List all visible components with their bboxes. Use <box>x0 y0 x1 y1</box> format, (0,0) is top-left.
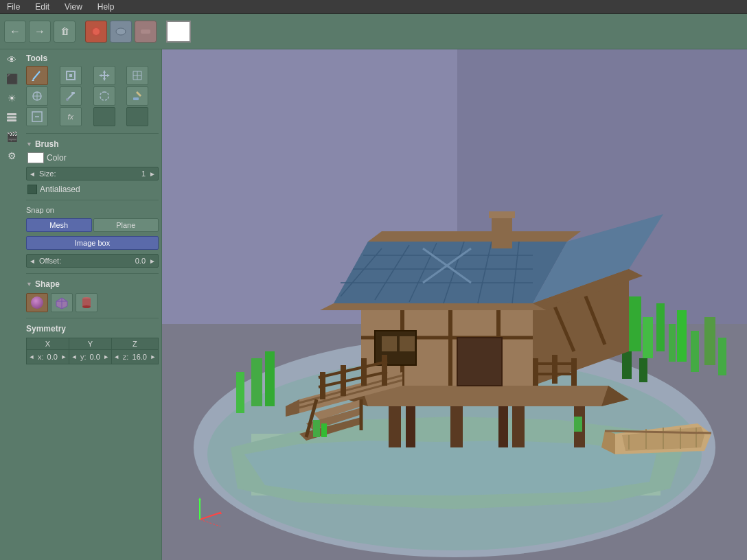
brush-section-header[interactable]: ▼ Brush <box>26 138 159 150</box>
offset-slider[interactable]: ◄ Offset: 0.0 ► <box>26 254 159 268</box>
symm-y-cell: ◄ y: 0.0 ► <box>69 350 111 364</box>
svg-rect-76 <box>457 338 502 386</box>
menu-edit[interactable]: Edit <box>31 2 54 12</box>
svg-rect-128 <box>489 211 515 218</box>
svg-rect-58 <box>251 358 262 406</box>
size-value: 1 <box>133 170 147 178</box>
antialiased-checkbox[interactable] <box>27 185 37 194</box>
sz-increase[interactable]: ► <box>148 353 158 360</box>
svg-point-2 <box>116 28 126 35</box>
svg-rect-49 <box>643 317 653 358</box>
viewport[interactable] <box>162 49 747 560</box>
svg-rect-6 <box>7 119 16 121</box>
sx-increase[interactable]: ► <box>59 353 69 360</box>
symmetry-values-row: ◄ x: 0.0 ► ◄ y: 0.0 ► <box>27 350 159 364</box>
svg-rect-50 <box>656 303 665 351</box>
size-increase[interactable]: ► <box>147 167 158 180</box>
tools-grid: fx <box>26 66 159 126</box>
snap-title: Snap on <box>26 205 159 215</box>
svg-rect-54 <box>704 317 715 365</box>
left-panel: Tools <box>0 49 162 560</box>
offset-label: Offset: <box>38 257 133 265</box>
svg-rect-55 <box>718 338 726 375</box>
box-tool[interactable] <box>60 66 82 85</box>
color-label: Color <box>47 153 67 163</box>
antialiased-label: Antialiased <box>40 185 80 194</box>
color-preview[interactable] <box>166 21 191 43</box>
symmetry-title: Symmetry <box>26 324 66 334</box>
eye-icon[interactable]: 👁 <box>4 52 19 67</box>
move-tool[interactable] <box>93 66 115 85</box>
svg-rect-3 <box>141 30 150 34</box>
size-slider[interactable]: ◄ Size: 1 ► <box>26 167 159 180</box>
svg-marker-84 <box>368 231 581 242</box>
shape-section-header[interactable]: ▼ Shape <box>26 278 159 290</box>
symm-z-header: Z <box>111 338 158 350</box>
sy-decrease[interactable]: ◄ <box>69 353 79 360</box>
tool3-button[interactable] <box>135 21 157 43</box>
back-button[interactable]: ← <box>4 21 26 43</box>
symm-z-cell: ◄ z: 16.0 ► <box>112 350 158 364</box>
snap-buttons: Mesh Plane <box>26 218 159 232</box>
fill-tool[interactable] <box>126 86 148 106</box>
offset-decrease[interactable]: ◄ <box>27 255 38 267</box>
svg-marker-85 <box>320 303 547 310</box>
brush-title: Brush <box>35 139 59 149</box>
symmetry-table: X Y Z ◄ x: 0.0 ► ◄ <box>26 338 159 364</box>
svg-rect-28 <box>71 92 75 94</box>
svg-rect-131 <box>574 417 582 432</box>
erase-button[interactable] <box>110 21 132 43</box>
divider1 <box>26 133 159 134</box>
sun-icon[interactable]: ☀ <box>4 91 19 106</box>
snap-plane-button[interactable]: Plane <box>93 218 159 232</box>
svg-rect-62 <box>450 399 463 447</box>
menu-file[interactable]: File <box>3 2 24 12</box>
forward-button[interactable]: → <box>29 21 51 43</box>
scene-icon[interactable]: 🎬 <box>4 129 19 144</box>
fx-tool[interactable]: fx <box>60 107 82 126</box>
offset-increase[interactable]: ► <box>147 255 158 267</box>
sy-increase[interactable]: ► <box>102 353 111 360</box>
translate-tool[interactable] <box>26 86 48 106</box>
svg-point-1 <box>93 28 100 35</box>
settings-icon[interactable]: ⚙ <box>4 148 19 163</box>
size-decrease[interactable]: ◄ <box>27 167 38 180</box>
divider3 <box>26 273 159 274</box>
grid-tool[interactable] <box>126 66 148 85</box>
svg-marker-8 <box>32 80 34 81</box>
resize-tool[interactable] <box>26 107 48 126</box>
lasso-tool[interactable] <box>93 86 115 106</box>
svg-rect-109 <box>361 358 367 386</box>
voxel-scene-svg <box>162 49 747 560</box>
snap-mesh-button[interactable]: Mesh <box>26 218 92 232</box>
svg-rect-59 <box>265 351 275 406</box>
cube-icon[interactable]: ⬛ <box>4 71 19 86</box>
svg-rect-48 <box>629 296 641 351</box>
eyedropper-tool[interactable] <box>60 86 82 106</box>
svg-marker-13 <box>103 70 106 73</box>
svg-rect-79 <box>400 336 415 351</box>
empty-tool1 <box>93 107 115 126</box>
menu-view[interactable]: View <box>60 2 87 12</box>
svg-rect-5 <box>7 117 16 119</box>
symm-x-header: X <box>27 338 69 350</box>
delete-button[interactable]: 🗑 <box>54 21 76 43</box>
imagebox-button[interactable]: Image box <box>26 236 159 250</box>
svg-marker-82 <box>334 242 567 303</box>
svg-rect-53 <box>691 331 699 372</box>
color-swatch[interactable] <box>27 152 44 163</box>
sx-decrease[interactable]: ◄ <box>27 353 36 360</box>
paint-button[interactable] <box>85 21 107 43</box>
pencil-tool[interactable] <box>26 66 48 85</box>
shape-title: Shape <box>35 279 60 289</box>
layers-icon[interactable] <box>4 110 19 125</box>
sphere-shape[interactable] <box>26 293 48 312</box>
svg-rect-30 <box>133 97 139 100</box>
cylinder-shape[interactable] <box>76 293 97 312</box>
svg-marker-29 <box>136 91 141 97</box>
menu-help[interactable]: Help <box>93 2 119 12</box>
cube-shape[interactable] <box>51 293 73 312</box>
symmetry-section-header[interactable]: Symmetry <box>26 323 159 335</box>
sz-decrease[interactable]: ◄ <box>112 353 122 360</box>
main-area: 👁 ⬛ ☀ 🎬 ⚙ Tools <box>0 49 747 560</box>
